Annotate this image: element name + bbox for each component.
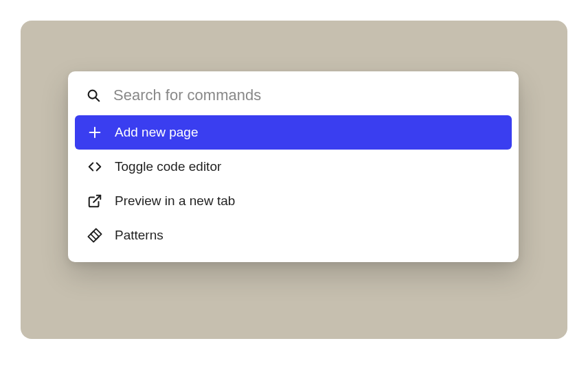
svg-point-0 [89,91,97,99]
plus-icon [87,125,102,140]
svg-line-4 [93,196,100,202]
command-preview-new-tab[interactable]: Preview in a new tab [75,184,512,218]
command-label: Preview in a new tab [115,193,235,209]
command-add-new-page[interactable]: Add new page [75,115,512,150]
command-label: Toggle code editor [115,159,221,174]
search-row [68,71,519,115]
command-palette: Add new page Toggle code editor [68,71,519,262]
command-label: Add new page [115,125,199,140]
code-icon [87,159,102,174]
command-patterns[interactable]: Patterns [75,218,512,252]
search-icon [86,88,101,103]
patterns-icon [87,228,102,243]
command-list: Add new page Toggle code editor [68,115,519,252]
background-card: Add new page Toggle code editor [21,21,567,339]
command-toggle-code-editor[interactable]: Toggle code editor [75,150,512,184]
search-input[interactable] [113,86,501,104]
svg-line-1 [96,98,100,102]
command-label: Patterns [115,228,163,243]
external-link-icon [87,193,102,209]
